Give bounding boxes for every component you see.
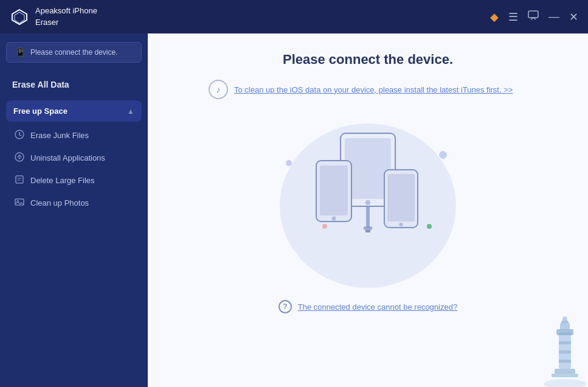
photos-icon bbox=[15, 197, 24, 209]
diamond-icon[interactable]: ◆ bbox=[490, 10, 499, 24]
chat-icon[interactable] bbox=[528, 10, 539, 24]
device-illustration bbox=[265, 117, 471, 294]
svg-rect-14 bbox=[320, 166, 348, 215]
phone-icon: 📱 bbox=[15, 47, 26, 57]
svg-rect-19 bbox=[366, 206, 370, 228]
itunes-notice: ♪ To clean up the iOS data on your devic… bbox=[209, 80, 513, 99]
uninstall-apps-label: Uninstall Applications bbox=[30, 153, 105, 162]
delete-large-files-label: Delete Large Files bbox=[30, 176, 95, 185]
erase-all-section-title: Erase All Data bbox=[6, 75, 142, 94]
erase-junk-label: Erase Junk Files bbox=[30, 131, 89, 140]
svg-rect-31 bbox=[559, 350, 571, 354]
clock-icon bbox=[15, 130, 24, 141]
svg-marker-2 bbox=[15, 12, 24, 23]
sidebar: 📱 Please connect the device. Erase All D… bbox=[0, 33, 148, 387]
sidebar-item-uninstall-apps[interactable]: Uninstall Applications bbox=[6, 147, 142, 169]
svg-rect-17 bbox=[387, 174, 415, 221]
dot-right-top bbox=[439, 151, 447, 159]
bottom-link-area: ? The connected device cannot be recogni… bbox=[278, 300, 457, 313]
svg-point-29 bbox=[562, 316, 567, 321]
page-title: Please connect the device. bbox=[283, 52, 453, 68]
free-up-space-header[interactable]: Free up Space ▲ bbox=[6, 100, 142, 122]
files-icon bbox=[15, 175, 24, 186]
music-note-icon: ♪ bbox=[209, 80, 228, 99]
svg-point-18 bbox=[399, 223, 403, 226]
itunes-link[interactable]: To clean up the iOS data on your device,… bbox=[234, 85, 513, 94]
title-bar: Apeaksoft iPhone Eraser ◆ ☰ — ✕ bbox=[0, 0, 588, 33]
title-bar-left: Apeaksoft iPhone Eraser bbox=[10, 5, 97, 27]
menu-icon[interactable]: ☰ bbox=[508, 10, 518, 24]
svg-rect-27 bbox=[552, 374, 578, 377]
main-content: Please connect the device. ♪ To clean up… bbox=[148, 33, 588, 387]
question-circle-icon: ? bbox=[278, 300, 292, 313]
svg-point-28 bbox=[544, 379, 586, 387]
corner-decoration bbox=[539, 308, 588, 387]
svg-point-12 bbox=[365, 200, 370, 205]
svg-rect-20 bbox=[364, 226, 372, 230]
free-up-space-label: Free up Space bbox=[13, 106, 67, 116]
svg-rect-8 bbox=[15, 199, 24, 205]
svg-point-15 bbox=[332, 216, 336, 220]
dot-left bbox=[286, 160, 292, 166]
device-not-recognized-link[interactable]: The connected device cannot be recognize… bbox=[298, 302, 457, 312]
sidebar-item-clean-photos[interactable]: Clean up Photos bbox=[6, 192, 142, 214]
svg-rect-30 bbox=[559, 341, 571, 344]
svg-rect-26 bbox=[555, 369, 575, 374]
devices-svg bbox=[301, 127, 435, 267]
svg-rect-3 bbox=[528, 11, 538, 18]
svg-point-6 bbox=[19, 158, 21, 159]
svg-rect-24 bbox=[560, 323, 570, 330]
app-body: 📱 Please connect the device. Erase All D… bbox=[0, 33, 588, 387]
app-name: Apeaksoft iPhone Eraser bbox=[35, 5, 97, 27]
svg-rect-7 bbox=[16, 176, 23, 183]
minimize-icon[interactable]: — bbox=[548, 10, 559, 23]
apps-icon bbox=[15, 152, 24, 164]
title-bar-controls: ◆ ☰ — ✕ bbox=[490, 10, 578, 24]
close-icon[interactable]: ✕ bbox=[569, 10, 578, 24]
app-logo bbox=[10, 7, 29, 27]
svg-rect-32 bbox=[559, 360, 571, 363]
svg-point-5 bbox=[15, 153, 24, 161]
sidebar-item-erase-junk[interactable]: Erase Junk Files bbox=[6, 124, 142, 147]
svg-rect-21 bbox=[365, 230, 370, 232]
clean-photos-label: Clean up Photos bbox=[30, 198, 89, 207]
sidebar-item-delete-large-files[interactable]: Delete Large Files bbox=[6, 169, 142, 192]
connect-button-label: Please connect the device. bbox=[30, 48, 117, 57]
connect-device-button[interactable]: 📱 Please connect the device. bbox=[6, 42, 142, 63]
chevron-up-icon: ▲ bbox=[127, 107, 134, 116]
